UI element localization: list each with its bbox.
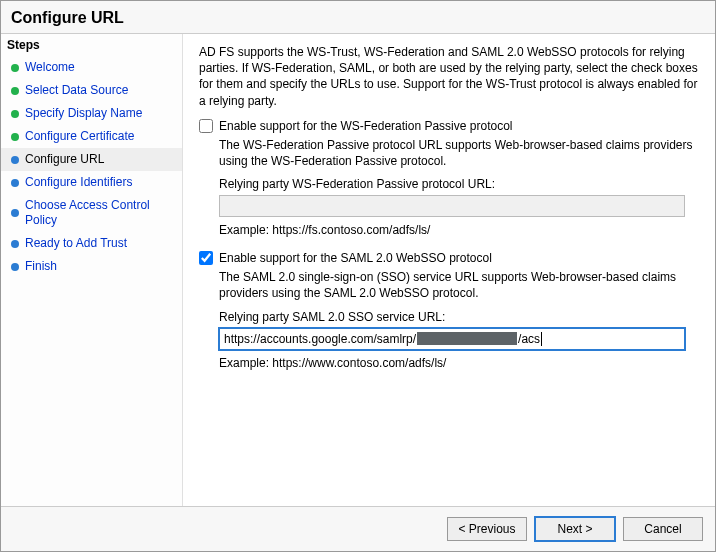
saml-example: Example: https://www.contoso.com/adfs/ls… bbox=[219, 356, 699, 370]
step-label: Configure Identifiers bbox=[25, 175, 132, 190]
next-button[interactable]: Next > bbox=[535, 517, 615, 541]
step-bullet-icon bbox=[11, 240, 19, 248]
step-label: Welcome bbox=[25, 60, 75, 75]
previous-button[interactable]: < Previous bbox=[447, 517, 527, 541]
text-caret bbox=[541, 332, 542, 346]
content-pane: AD FS supports the WS-Trust, WS-Federati… bbox=[183, 34, 715, 506]
step-1[interactable]: Select Data Source bbox=[1, 79, 182, 102]
step-4: Configure URL bbox=[1, 148, 182, 171]
wizard-footer: < Previous Next > Cancel bbox=[1, 506, 715, 551]
saml-enable-checkbox[interactable] bbox=[199, 251, 213, 265]
step-label: Select Data Source bbox=[25, 83, 128, 98]
step-3[interactable]: Configure Certificate bbox=[1, 125, 182, 148]
step-0[interactable]: Welcome bbox=[1, 56, 182, 79]
wsfed-section: Enable support for the WS-Federation Pas… bbox=[199, 119, 699, 237]
saml-url-prefix: https://accounts.google.com/samlrp/ bbox=[224, 332, 416, 346]
saml-section: Enable support for the SAML 2.0 WebSSO p… bbox=[199, 251, 699, 369]
step-label: Ready to Add Trust bbox=[25, 236, 127, 251]
step-label: Specify Display Name bbox=[25, 106, 142, 121]
step-5[interactable]: Configure Identifiers bbox=[1, 171, 182, 194]
steps-list: WelcomeSelect Data SourceSpecify Display… bbox=[1, 56, 182, 278]
wsfed-example: Example: https://fs.contoso.com/adfs/ls/ bbox=[219, 223, 699, 237]
step-bullet-icon bbox=[11, 110, 19, 118]
steps-header: Steps bbox=[1, 34, 182, 56]
wsfed-url-label: Relying party WS-Federation Passive prot… bbox=[219, 177, 699, 191]
saml-enable-label[interactable]: Enable support for the SAML 2.0 WebSSO p… bbox=[219, 251, 492, 265]
step-6[interactable]: Choose Access Control Policy bbox=[1, 194, 182, 232]
wsfed-enable-label[interactable]: Enable support for the WS-Federation Pas… bbox=[219, 119, 512, 133]
step-label: Configure Certificate bbox=[25, 129, 134, 144]
saml-url-label: Relying party SAML 2.0 SSO service URL: bbox=[219, 310, 699, 324]
step-bullet-icon bbox=[11, 64, 19, 72]
step-bullet-icon bbox=[11, 209, 19, 217]
step-bullet-icon bbox=[11, 87, 19, 95]
steps-sidebar: Steps WelcomeSelect Data SourceSpecify D… bbox=[1, 34, 183, 506]
step-8[interactable]: Finish bbox=[1, 255, 182, 278]
intro-text: AD FS supports the WS-Trust, WS-Federati… bbox=[199, 44, 699, 109]
step-label: Configure URL bbox=[25, 152, 104, 167]
wsfed-desc: The WS-Federation Passive protocol URL s… bbox=[219, 137, 699, 169]
saml-url-input[interactable]: https://accounts.google.com/samlrp//acs bbox=[219, 328, 685, 350]
step-bullet-icon bbox=[11, 156, 19, 164]
saml-url-suffix: /acs bbox=[518, 332, 540, 346]
page-title: Configure URL bbox=[1, 1, 715, 34]
step-7[interactable]: Ready to Add Trust bbox=[1, 232, 182, 255]
wsfed-url-input bbox=[219, 195, 685, 217]
step-bullet-icon bbox=[11, 133, 19, 141]
wsfed-enable-checkbox[interactable] bbox=[199, 119, 213, 133]
cancel-button[interactable]: Cancel bbox=[623, 517, 703, 541]
step-label: Choose Access Control Policy bbox=[25, 198, 176, 228]
wizard-body: Steps WelcomeSelect Data SourceSpecify D… bbox=[1, 34, 715, 506]
step-2[interactable]: Specify Display Name bbox=[1, 102, 182, 125]
step-bullet-icon bbox=[11, 179, 19, 187]
wizard-window: Configure URL Steps WelcomeSelect Data S… bbox=[0, 0, 716, 552]
saml-desc: The SAML 2.0 single-sign-on (SSO) servic… bbox=[219, 269, 699, 301]
saml-url-redacted bbox=[417, 332, 517, 345]
step-bullet-icon bbox=[11, 263, 19, 271]
step-label: Finish bbox=[25, 259, 57, 274]
